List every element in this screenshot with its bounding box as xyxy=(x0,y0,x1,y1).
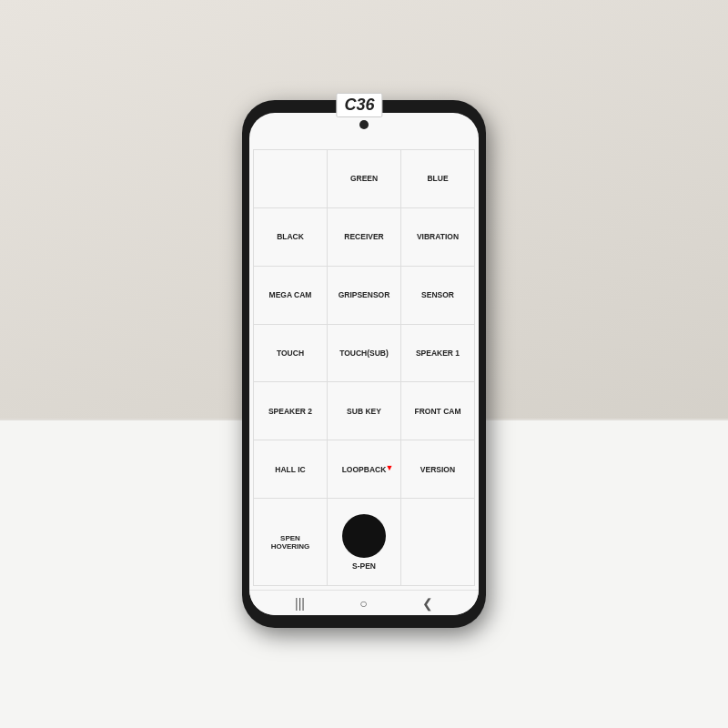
front-camera xyxy=(359,120,369,129)
nav-bar: ||| ○ ❮ xyxy=(249,590,479,615)
test-cell-spen-hovering[interactable]: SPEN HOVERING xyxy=(254,499,327,585)
nav-recent-icon[interactable]: ||| xyxy=(295,596,305,611)
test-cell-green[interactable]: GREEN xyxy=(328,150,400,207)
test-cell-touch-sub[interactable]: TOUCH(SUB) xyxy=(328,325,400,382)
scene: C36 GREEN BLUE BLACK RECEIVER VIBRATION … xyxy=(0,0,728,728)
test-cell-touch[interactable]: TOUCH xyxy=(254,325,327,382)
test-cell-gripsensor[interactable]: GRIPSENSOR xyxy=(328,267,400,324)
loopback-label: LOOPBACK ▼ xyxy=(342,465,387,474)
test-cell-empty2[interactable] xyxy=(401,499,474,585)
nav-back-icon[interactable]: ❮ xyxy=(422,596,433,611)
spen-label: S-PEN xyxy=(352,561,376,571)
test-cell-black[interactable]: BLACK xyxy=(254,208,327,266)
test-cell-blue[interactable]: BLUE xyxy=(401,150,474,207)
phone-screen: GREEN BLUE BLACK RECEIVER VIBRATION MEGA… xyxy=(249,113,479,615)
test-cell-sub-key[interactable]: SUB KEY xyxy=(328,382,400,440)
sticker-label: C36 xyxy=(336,93,382,117)
phone: C36 GREEN BLUE BLACK RECEIVER VIBRATION … xyxy=(242,100,486,628)
nav-home-icon[interactable]: ○ xyxy=(359,596,367,611)
test-cell-loopback[interactable]: LOOPBACK ▼ xyxy=(328,440,400,498)
test-grid: GREEN BLUE BLACK RECEIVER VIBRATION MEGA… xyxy=(253,149,475,586)
test-cell-sensor[interactable]: SENSOR xyxy=(401,267,474,324)
test-cell-empty1[interactable] xyxy=(254,150,327,207)
test-cell-speaker1[interactable]: SPEAKER 1 xyxy=(401,325,474,382)
test-cell-receiver[interactable]: RECEIVER xyxy=(328,208,400,266)
test-cell-spen[interactable]: S-PEN xyxy=(328,499,400,585)
screen-content: GREEN BLUE BLACK RECEIVER VIBRATION MEGA… xyxy=(249,113,479,590)
test-cell-version[interactable]: VERSION xyxy=(401,440,474,498)
test-cell-hall-ic[interactable]: HALL IC xyxy=(254,440,327,498)
test-cell-front-cam[interactable]: FRONT CAM xyxy=(401,382,474,440)
test-cell-mega-cam[interactable]: MEGA CAM xyxy=(254,267,327,324)
test-cell-vibration[interactable]: VIBRATION xyxy=(401,208,474,266)
test-cell-speaker2[interactable]: SPEAKER 2 xyxy=(254,382,327,440)
spen-circle xyxy=(342,514,386,558)
arrow-down-icon: ▼ xyxy=(385,463,393,472)
